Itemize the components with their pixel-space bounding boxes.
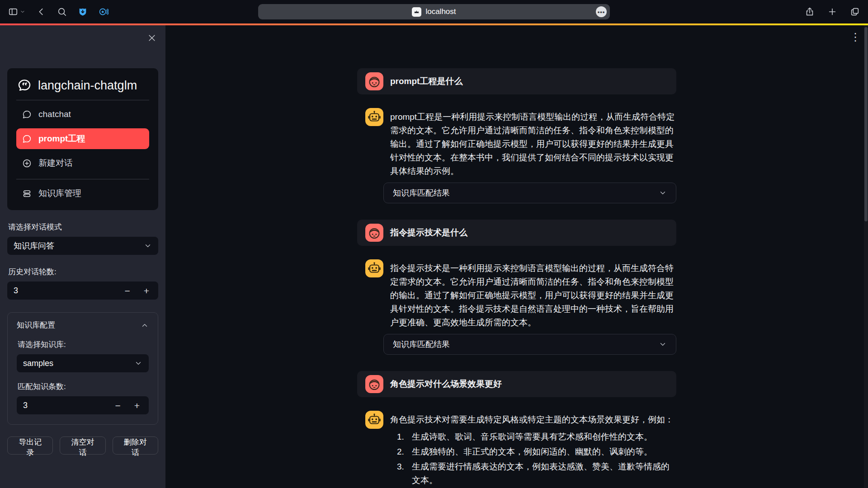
search-icon[interactable]: [57, 7, 67, 17]
chat-bubble-icon: [22, 134, 32, 144]
back-button[interactable]: [36, 7, 46, 17]
message-text: 指令提示技术是什么: [390, 226, 467, 239]
clear-dialog-button[interactable]: 清空对话: [60, 436, 105, 455]
chat-message-user: 角色提示对什么场景效果更好: [357, 371, 676, 397]
sidebar-item-label: prompt工程: [38, 133, 85, 145]
sidebar-toggle-button[interactable]: [8, 7, 25, 17]
chevron-up-icon: [141, 321, 149, 329]
message-text: 角色提示技术对需要生成特定风格或特定主题的文本场景效果更好，例如：生成诗歌、歌词…: [390, 411, 676, 487]
main-menu-kebab-icon[interactable]: ⋮: [850, 31, 861, 43]
dialog-mode-value: 知识库问答: [14, 240, 144, 251]
new-tab-icon[interactable]: [827, 7, 837, 17]
message-text: 角色提示对什么场景效果更好: [390, 377, 502, 391]
nav-card: langchain-chatglm chatchat prompt工程 新建对话…: [7, 68, 158, 210]
plus-icon[interactable]: +: [144, 286, 149, 296]
chevron-down-icon: [144, 242, 152, 250]
address-bar[interactable]: localhost •••: [258, 4, 610, 19]
chat-message-assistant: 角色提示技术对需要生成特定风格或特定主题的文本场景效果更好，例如：生成诗歌、歌词…: [357, 411, 676, 487]
sidebar-panel-icon: [8, 7, 18, 17]
kb-match-expander[interactable]: 知识库匹配结果: [383, 334, 676, 355]
kb-select[interactable]: samples: [17, 354, 149, 372]
kb-select-label: 请选择知识库:: [18, 339, 148, 350]
dialog-mode-label: 请选择对话模式: [8, 222, 157, 232]
top-k-value: 3: [23, 401, 115, 410]
plus-icon[interactable]: +: [134, 401, 140, 410]
kb-match-expander[interactable]: 知识库匹配结果: [383, 183, 676, 203]
kb-expander-label: 知识库匹配结果: [393, 188, 450, 198]
message-text: 指令提示技术是一种利用提示来控制语言模型输出的过程，从而生成符合特定需求的文本。…: [390, 259, 676, 329]
app-title-text: langchain-chatglm: [38, 79, 137, 93]
chat-message-user: 指令提示技术是什么: [357, 220, 676, 246]
sidebar-item-label: 知识库管理: [38, 188, 81, 199]
extension-shield-icon[interactable]: [78, 7, 88, 17]
tab-overview-icon[interactable]: [850, 7, 860, 17]
kb-config-header[interactable]: 知识库配置: [17, 320, 149, 330]
top-k-input[interactable]: 3 − +: [17, 396, 149, 414]
sidebar-item-prompt-engineering[interactable]: prompt工程: [16, 128, 149, 149]
chat-message-assistant: 指令提示技术是一种利用提示来控制语言模型输出的过程，从而生成符合特定需求的文本。…: [357, 259, 676, 329]
sidebar-item-label: 新建对话: [38, 157, 73, 169]
kb-expander-label: 知识库匹配结果: [393, 339, 450, 350]
url-text: localhost: [425, 7, 456, 16]
delete-dialog-button[interactable]: 删除对话: [113, 436, 158, 455]
chevron-down-icon: [134, 359, 142, 367]
user-avatar-icon: [365, 224, 383, 242]
bot-avatar-icon: [365, 108, 383, 126]
page-settings-button[interactable]: •••: [596, 6, 607, 17]
scrollbar[interactable]: [864, 25, 868, 488]
divider: [16, 179, 149, 179]
browser-toolbar: localhost •••: [0, 0, 868, 23]
user-avatar-icon: [365, 72, 383, 90]
main-area: ⋮ prompt工程是什么prompt工程是一种利用提示来控制语言模型输出的过程…: [165, 25, 868, 488]
export-records-button[interactable]: 导出记录: [7, 436, 53, 455]
chevron-down-icon: [659, 189, 667, 197]
chat-bubble-icon: [22, 110, 32, 119]
bot-avatar-icon: [365, 259, 383, 277]
extension-rings-icon[interactable]: [99, 7, 108, 17]
sidebar-item-kb-manage[interactable]: 知识库管理: [16, 183, 149, 204]
chevron-down-icon: [20, 9, 25, 14]
kb-select-value: samples: [23, 359, 134, 368]
sidebar-item-label: chatchat: [38, 109, 71, 119]
kb-config-expander: 知识库配置 请选择知识库: samples 匹配知识条数: 3 − +: [7, 312, 158, 425]
message-text: prompt工程是什么: [390, 75, 462, 88]
chat-message-assistant: prompt工程是一种利用提示来控制语言模型输出的过程，从而生成符合特定需求的文…: [357, 108, 676, 178]
history-rounds-value: 3: [14, 286, 124, 296]
app-title: langchain-chatglm: [16, 75, 149, 100]
minus-icon[interactable]: −: [124, 286, 130, 296]
chat-message-user: prompt工程是什么: [357, 68, 676, 94]
plus-circle-icon: [22, 159, 32, 168]
share-icon[interactable]: [805, 7, 815, 17]
sidebar-item-new-dialog[interactable]: 新建对话: [16, 153, 149, 174]
sidebar: langchain-chatglm chatchat prompt工程 新建对话…: [0, 25, 165, 488]
message-text: prompt工程是一种利用提示来控制语言模型输出的过程，从而生成符合特定需求的文…: [390, 108, 676, 178]
bot-avatar-icon: [365, 411, 383, 429]
chat-messages: prompt工程是什么prompt工程是一种利用提示来控制语言模型输出的过程，从…: [357, 68, 676, 487]
chevron-down-icon: [659, 340, 667, 348]
sidebar-item-chatchat[interactable]: chatchat: [16, 104, 149, 125]
sidebar-close-icon[interactable]: [147, 33, 156, 42]
list-item: 生成需要进行情感表达的文本，例如表达感激、赞美、道歉等情感的文本。: [406, 460, 676, 487]
list-item: 生成诗歌、歌词、音乐歌词等需要具有艺术感和创作性的文本。: [406, 430, 676, 444]
site-favicon-icon: [412, 7, 421, 17]
user-avatar-icon: [365, 375, 383, 393]
top-k-label: 匹配知识条数:: [18, 381, 148, 392]
list-item: 生成独特的、非正式的文本，例如闲适的、幽默的、讽刺的等。: [406, 445, 676, 459]
history-rounds-input[interactable]: 3 − +: [7, 282, 158, 300]
minus-icon[interactable]: −: [115, 401, 120, 410]
history-rounds-label: 历史对话轮数:: [8, 267, 157, 277]
dialog-mode-select[interactable]: 知识库问答: [7, 237, 158, 255]
chat-quotes-icon: [17, 78, 32, 93]
message-list: 生成诗歌、歌词、音乐歌词等需要具有艺术感和创作性的文本。生成独特的、非正式的文本…: [390, 430, 676, 487]
database-icon: [22, 189, 32, 198]
kb-config-title: 知识库配置: [17, 320, 55, 330]
scrollbar-thumb[interactable]: [864, 27, 868, 221]
